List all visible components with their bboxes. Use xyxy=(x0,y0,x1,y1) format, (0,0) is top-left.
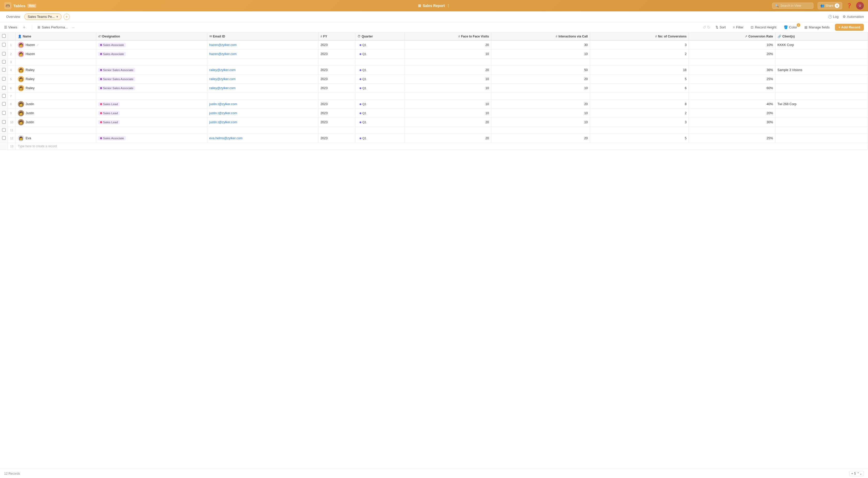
quarter-cell xyxy=(355,93,405,100)
row-checkbox[interactable] xyxy=(2,111,6,115)
add-tab-button[interactable]: + xyxy=(64,14,70,20)
log-button[interactable]: 🕐 Log xyxy=(828,15,839,19)
row-checkbox[interactable] xyxy=(2,120,6,124)
email-link[interactable]: hazen@zylker.com xyxy=(209,43,237,47)
name-text: Railey xyxy=(26,68,35,72)
name-cell[interactable]: 👩 Railey xyxy=(16,84,96,93)
col-header-clients[interactable]: 🔗Client(s) xyxy=(775,33,868,40)
create-record-cell[interactable]: Type here to create a record xyxy=(16,143,868,150)
record-height-button[interactable]: ⊡ Record Height xyxy=(749,24,778,30)
col-header-interactions[interactable]: #Interactions via Call xyxy=(491,33,590,40)
email-link[interactable]: railey@zylker.com xyxy=(209,77,236,81)
name-cell[interactable]: 👩 Eva xyxy=(16,134,96,143)
tab-sales-teams[interactable]: Sales Teams Pe... ▾ xyxy=(24,13,62,20)
tab-bar-right: 🕐 Log ⚙ Automation xyxy=(828,15,864,19)
color-button[interactable]: 🪣 Color 1 xyxy=(782,24,799,30)
interactions-cell: 20 xyxy=(491,100,590,109)
quarter-cell: Q1 xyxy=(355,134,405,143)
email-cell[interactable]: justin.t@zylker.com xyxy=(207,100,318,109)
row-num: 8 xyxy=(8,100,16,109)
clients-cell xyxy=(775,84,868,93)
email-cell[interactable]: eva.helms@zylker.com xyxy=(207,134,318,143)
quarter-badge: Q1 xyxy=(358,43,368,47)
create-record-row[interactable]: 13 Type here to create a record xyxy=(0,143,868,150)
col-header-name[interactable]: 👤Name xyxy=(16,33,96,40)
name-cell[interactable]: 🧑 Justin xyxy=(16,109,96,118)
row-checkbox[interactable] xyxy=(2,60,6,64)
col-header-designation[interactable]: 🏷Designation xyxy=(96,33,207,40)
email-link[interactable]: eva.helms@zylker.com xyxy=(209,136,243,140)
email-link[interactable]: justin.t@zylker.com xyxy=(209,120,237,124)
views-button[interactable]: ☰ Views xyxy=(4,25,17,29)
conversions-cell: 8 xyxy=(590,100,689,109)
share-count: 4 xyxy=(835,3,839,8)
name-cell[interactable]: 🧑 Justin xyxy=(16,118,96,127)
col-header-face-visits[interactable]: #Face to Face Visits xyxy=(405,33,491,40)
face-visits-cell: 10 xyxy=(405,75,491,84)
add-view-button[interactable]: + xyxy=(21,25,27,30)
sort-button[interactable]: ⇅ Sort xyxy=(713,24,728,30)
email-link[interactable]: justin.t@zylker.com xyxy=(209,102,237,106)
title-text[interactable]: Sales Report xyxy=(423,4,445,8)
quarter-badge: Q1 xyxy=(358,111,368,115)
row-checkbox[interactable] xyxy=(2,86,6,90)
name-cell[interactable]: 🧑 Hazen xyxy=(16,50,96,59)
quarter-badge: Q1 xyxy=(358,120,368,124)
user-avatar[interactable]: U xyxy=(856,2,864,9)
row-checkbox[interactable] xyxy=(2,52,6,56)
select-all-checkbox[interactable] xyxy=(2,34,6,38)
email-link[interactable]: justin.t@zylker.com xyxy=(209,111,237,115)
redo-button[interactable]: ↻ xyxy=(707,25,710,30)
col-header-email[interactable]: ✉Email ID xyxy=(207,33,318,40)
search-box[interactable]: 🔍 Search in View xyxy=(772,3,813,9)
quarter-cell: Q1 xyxy=(355,40,405,50)
row-checkbox-cell xyxy=(0,75,8,84)
name-cell[interactable]: 👩 Railey xyxy=(16,66,96,75)
undo-button[interactable]: ↺ xyxy=(703,25,706,30)
help-button[interactable]: ❓ xyxy=(846,3,852,8)
email-cell[interactable]: railey@zylker.com xyxy=(207,75,318,84)
email-link[interactable]: hazen@zylker.com xyxy=(209,52,237,56)
conversions-cell: 3 xyxy=(590,118,689,127)
col-header-fy[interactable]: #FY xyxy=(318,33,355,40)
col-header-quarter[interactable]: ⏱Quarter xyxy=(355,33,405,40)
face-visits-cell: 20 xyxy=(405,66,491,75)
filter-button[interactable]: ▿ Filter xyxy=(731,24,746,30)
email-link[interactable]: railey@zylker.com xyxy=(209,68,236,72)
interactions-cell: 10 xyxy=(491,109,590,118)
interactions-cell: 20 xyxy=(491,75,590,84)
email-cell[interactable]: justin.t@zylker.com xyxy=(207,109,318,118)
conv-rate-cell: 25% xyxy=(689,75,775,84)
email-cell[interactable]: railey@zylker.com xyxy=(207,66,318,75)
manage-fields-button[interactable]: ⊞ Manage fields xyxy=(802,24,832,31)
name-cell[interactable]: 👩 Railey xyxy=(16,75,96,84)
email-cell[interactable]: railey@zylker.com xyxy=(207,84,318,93)
email-link[interactable]: railey@zylker.com xyxy=(209,86,236,90)
email-cell[interactable]: justin.t@zylker.com xyxy=(207,118,318,127)
row-checkbox[interactable] xyxy=(2,102,6,106)
row-checkbox[interactable] xyxy=(2,68,6,71)
email-cell[interactable]: hazen@zylker.com xyxy=(207,50,318,59)
quarter-badge: Q1 xyxy=(358,102,368,106)
add-record-button[interactable]: + Add Record xyxy=(835,24,864,31)
name-cell[interactable]: 🧑 Hazen ⤢ xyxy=(16,40,96,50)
row-checkbox[interactable] xyxy=(2,128,6,132)
col-header-conversions[interactable]: #No: of Conversions xyxy=(590,33,689,40)
view-more-button[interactable]: ··· xyxy=(72,25,75,29)
row-checkbox[interactable] xyxy=(2,136,6,140)
title-menu-icon[interactable]: ⋮ xyxy=(446,4,450,8)
tab-overview[interactable]: Overview xyxy=(4,14,22,20)
conversions-cell: 2 xyxy=(590,50,689,59)
expand-icon[interactable]: ⤢ xyxy=(36,44,38,46)
row-checkbox[interactable] xyxy=(2,43,6,46)
row-checkbox[interactable] xyxy=(2,94,6,98)
view-name-button[interactable]: ⊞ Sales Performa... xyxy=(37,25,68,29)
col-header-conv-rate[interactable]: ↗Conversion Rate xyxy=(689,33,775,40)
name-cell[interactable]: 🧑 Justin xyxy=(16,100,96,109)
conv-rate-cell xyxy=(689,127,775,134)
email-cell[interactable]: hazen@zylker.com xyxy=(207,40,318,50)
tab-dropdown-icon[interactable]: ▾ xyxy=(56,15,58,19)
row-checkbox[interactable] xyxy=(2,77,6,81)
automation-button[interactable]: ⚙ Automation xyxy=(843,15,864,19)
share-button[interactable]: 👥 Share 4 xyxy=(817,2,842,9)
